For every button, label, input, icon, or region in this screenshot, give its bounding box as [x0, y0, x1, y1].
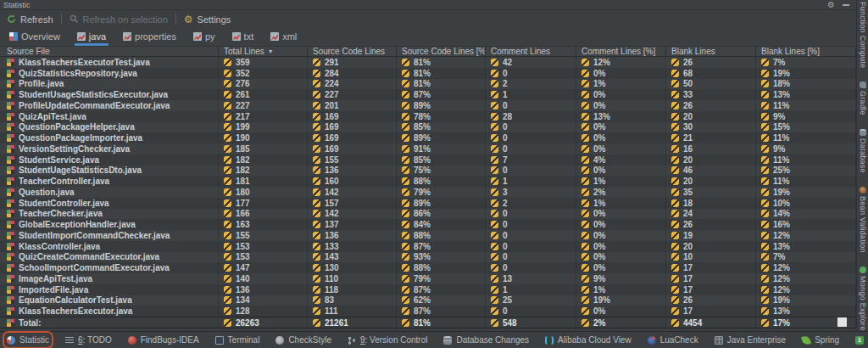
table-row[interactable]: StudentController.java 177 157 89% 2 — [0, 198, 856, 209]
source-code-lines-pct-value: 89% — [414, 199, 431, 208]
column-header[interactable]: Source Code Lines [%] — [397, 47, 486, 56]
blank-lines-cell: 68 — [666, 68, 756, 79]
pencil-icon — [491, 59, 498, 66]
statusbar-tool-button[interactable]: Alibaba Cloud View — [545, 335, 632, 345]
table-row[interactable]: QuestionPackageImporter.java 190 169 89%… — [0, 132, 856, 143]
column-header[interactable]: Blank Lines — [666, 47, 756, 56]
statusbar-tool-button[interactable]: Spring — [802, 335, 839, 345]
refresh-on-selection-button[interactable]: Refresh on selection — [70, 14, 168, 25]
total-lines-cell: 166 — [219, 209, 308, 220]
refresh-button[interactable]: Refresh — [7, 14, 53, 25]
table-row[interactable]: KlassController.java 153 133 87% 0 — [0, 241, 856, 252]
table-row[interactable]: QuizCreateCommandExecutor.java 153 143 9… — [0, 252, 856, 263]
pencil-icon — [581, 145, 589, 153]
source-file-cell: StudentService.java — [0, 154, 219, 166]
pencil-icon — [491, 232, 498, 239]
source-code-lines-value: 169 — [325, 112, 339, 121]
table-row[interactable]: KlassTeachersExecutor.java 128 111 87% 0 — [0, 306, 856, 317]
source-code-lines-cell: 160 — [308, 176, 397, 187]
event-log-button[interactable]: 1 Event Log — [855, 335, 868, 345]
source-code-lines-value: 201 — [325, 101, 339, 110]
pencil-icon — [491, 188, 498, 196]
table-row[interactable]: KlassTeachersExecutorTest.java 359 291 8… — [0, 57, 856, 68]
total-lines-cell: 136 — [219, 284, 308, 295]
tool-window-stripe-button[interactable]: Database — [859, 129, 867, 173]
total-lines-value: 182 — [236, 155, 250, 165]
source-file-name: TeacherController.java — [19, 177, 109, 186]
tab[interactable]: Overview — [7, 29, 63, 46]
tab[interactable]: py — [191, 29, 218, 46]
pencil-icon — [224, 80, 231, 87]
statistics-table-body: KlassTeachersExecutorTest.java 359 291 8… — [0, 57, 856, 317]
statusbar-tool-button[interactable]: LuaCheck — [648, 335, 698, 345]
tool-window-stripe-button[interactable]: Mongo Explorer — [859, 267, 867, 334]
tool-window-stripe-button[interactable]: Function Compute — [859, 2, 867, 68]
table-row[interactable]: EquationCalculatorTest.java 134 83 62% 2… — [0, 295, 856, 306]
table-row[interactable]: VersionSettingChecker.java 185 169 91% 0 — [0, 143, 856, 154]
toolbar-separator — [175, 14, 176, 25]
table-row[interactable]: TeacherController.java 181 160 88% 1 — [0, 176, 856, 187]
statusbar-tool-label: CheckStyle — [288, 335, 331, 345]
tab[interactable]: java — [75, 29, 108, 46]
java-file-icon — [7, 80, 14, 87]
table-row[interactable]: Profile.java 276 224 81% 2 — [0, 79, 856, 90]
source-file-cell: StudentUageStatisticsDto.java — [0, 166, 219, 177]
tab[interactable]: properties — [120, 29, 179, 46]
comment-lines-pct-cell: 1% — [576, 79, 666, 90]
column-header[interactable]: Comment Lines [%] — [576, 47, 666, 56]
statusbar-tool-button[interactable]: Statistic — [7, 335, 49, 345]
column-header[interactable]: Source File — [0, 47, 219, 56]
source-code-lines-cell: 142 — [308, 187, 397, 198]
tab-label: java — [89, 31, 106, 42]
blank-lines-value: 17 — [683, 306, 693, 316]
statusbar-tool-text: Java Enterprise — [727, 335, 786, 345]
tool-window-stripe-button[interactable]: Bean Validation — [859, 187, 867, 253]
tab[interactable]: txt — [230, 29, 257, 46]
table-row[interactable]: SchoolImportCommandExecutor.java 147 130… — [0, 262, 856, 273]
table-row[interactable]: StudentImportCommandChecker.java 155 136… — [0, 230, 856, 241]
column-header[interactable]: Blank Lines [%] — [756, 47, 856, 56]
source-file-cell: StudentImportCommandChecker.java — [0, 230, 219, 241]
table-row[interactable]: QuizStatisticsRepository.java 352 284 81… — [0, 68, 856, 79]
hide-tool-window-icon[interactable] — [843, 4, 849, 6]
table-row[interactable]: Question.java 180 142 79% 3 — [0, 187, 856, 198]
comment-lines-value: 548 — [503, 318, 517, 328]
column-header[interactable]: Comment Lines — [486, 47, 576, 56]
statusbar-tool-button[interactable]: 9: Version Control — [348, 335, 428, 345]
settings-button[interactable]: ⚙ Settings — [184, 14, 231, 25]
statusbar-tool-button[interactable]: Terminal — [215, 335, 260, 345]
table-row[interactable]: StudentUageStatisticsDto.java 182 136 75… — [0, 166, 856, 177]
tool-window-stripe-button[interactable]: Gradle — [859, 81, 867, 115]
total-lines-value: 166 — [236, 209, 250, 218]
source-code-lines-pct-value: 91% — [414, 144, 431, 154]
table-row[interactable]: ImportedFile.java 136 118 87% 1 — [0, 284, 856, 295]
source-file-name: EquationCalculatorTest.java — [19, 295, 132, 305]
column-header[interactable]: Source Code Lines — [308, 47, 397, 56]
table-row[interactable]: TeacherChecker.java 166 142 86% 0 — [0, 209, 856, 220]
statusbar-tool-button[interactable]: Database Changes — [443, 335, 529, 345]
statusbar-tool-button[interactable]: 6: TODO — [65, 335, 112, 345]
column-header[interactable]: Total Lines ▼ — [219, 47, 308, 56]
table-row[interactable]: ProfileUpdateCommandExecutor.java 227 20… — [0, 100, 856, 111]
tool-window-options-gear-icon[interactable]: ⚙ — [827, 1, 835, 9]
statusbar-tool-button[interactable]: CheckStyle — [275, 335, 331, 345]
total-lines-value: 180 — [236, 188, 250, 197]
table-row[interactable]: StudentUsageStatisticsExecutor.java 261 … — [0, 89, 856, 100]
table-row[interactable]: ImageApiTest.java 140 110 79% 13 — [0, 273, 856, 284]
tab[interactable]: xml — [268, 29, 299, 46]
table-row[interactable]: GlobalExceptionHandler.java 163 137 84% … — [0, 219, 856, 230]
table-row[interactable]: StudentService.java 182 155 85% 7 — [0, 154, 856, 166]
total-lines-value: 140 — [236, 274, 250, 283]
table-row[interactable]: QuizApiTest.java 217 169 78% 28 — [0, 111, 856, 122]
statusbar-tool-button[interactable]: Java Enterprise — [715, 335, 786, 345]
total-lines-cell: 352 — [219, 68, 308, 79]
source-code-lines-pct-cell: 91% — [397, 143, 486, 154]
blank-lines-pct-value: 11% — [773, 155, 789, 165]
pencil-icon — [671, 80, 679, 87]
statistic-toolbar: Refresh Refresh on selection ⚙ Settings — [0, 10, 856, 28]
statusbar-tool-button[interactable]: FindBugs-IDEA — [128, 335, 199, 345]
source-code-lines-cell: 291 — [308, 57, 397, 68]
java-file-icon — [7, 177, 14, 185]
table-row[interactable]: QuestionPackageHelper.java 199 169 85% 0 — [0, 122, 856, 133]
scrollbar-thumb[interactable] — [837, 317, 847, 327]
